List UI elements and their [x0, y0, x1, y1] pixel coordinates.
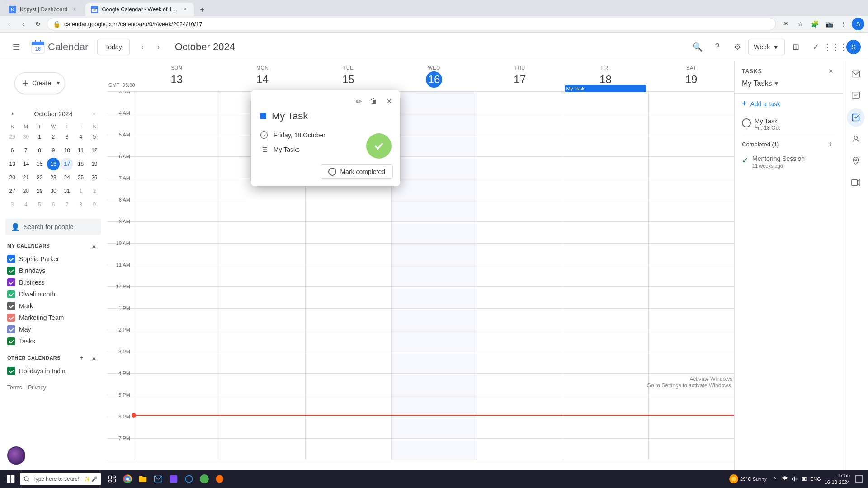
day-cell-16-1[interactable] — [220, 439, 306, 460]
day-cell-7-4[interactable] — [477, 244, 563, 265]
search-people[interactable]: 👤 Search for people — [5, 219, 101, 235]
day-cell-11-3[interactable] — [391, 330, 477, 352]
mini-cal-day-13[interactable]: 13 — [6, 158, 19, 170]
day-cell-12-5[interactable] — [563, 352, 649, 374]
completed-section-header[interactable]: Completed (1) ℹ — [735, 135, 843, 153]
day-cell-8-4[interactable] — [477, 265, 563, 287]
day-cell-4-5[interactable] — [563, 178, 649, 200]
day-cell-12-6[interactable] — [648, 352, 734, 374]
day-cell-6-3[interactable] — [391, 222, 477, 244]
day-cell-2-0[interactable] — [134, 135, 220, 157]
mini-cal-day-9[interactable]: 9 — [47, 144, 60, 157]
profile-avatar[interactable]: S — [846, 40, 861, 54]
menu-hamburger[interactable]: ☰ — [7, 38, 25, 56]
header-wed[interactable]: WED 16 — [391, 61, 477, 91]
taskbar-frames-icon[interactable] — [166, 472, 181, 486]
address-bar[interactable]: 🔒 calendar.google.com/calendar/u/0/r/wee… — [47, 18, 776, 30]
day-cell-11-0[interactable] — [134, 330, 220, 352]
day-cell-6-2[interactable] — [305, 222, 391, 244]
add-task-button[interactable]: + Add a task — [735, 94, 843, 114]
day-cell-3-5[interactable] — [563, 157, 649, 178]
mini-cal-day-28[interactable]: 28 — [19, 185, 32, 197]
mini-cal-day-16-today[interactable]: 16 — [47, 158, 60, 170]
right-contacts-icon[interactable] — [847, 130, 865, 148]
day-cell-14-1[interactable] — [220, 395, 306, 417]
other-calendars-add[interactable]: + — [76, 352, 87, 363]
day-cell-7-5[interactable] — [563, 244, 649, 265]
day-cell-13-5[interactable] — [563, 374, 649, 395]
mini-cal-prev[interactable]: ‹ — [7, 108, 18, 119]
mini-cal-day-5[interactable]: 5 — [88, 131, 101, 143]
prev-period-button[interactable]: ‹ — [135, 40, 150, 54]
mini-cal-day-7[interactable]: 7 — [19, 144, 32, 157]
day-cell-8-2[interactable] — [305, 265, 391, 287]
day-cell-16-5[interactable] — [563, 439, 649, 460]
settings-icon[interactable]: ⚙ — [728, 38, 746, 56]
other-calendars-header[interactable]: Other calendars + ▲ — [0, 351, 107, 365]
mini-cal-day-10[interactable]: 10 — [61, 144, 73, 157]
day-cell-0-0[interactable] — [134, 92, 220, 113]
mini-cal-day-4next[interactable]: 4 — [19, 198, 32, 211]
day-cell-3-3[interactable] — [391, 157, 477, 178]
view-selector[interactable]: Week ▼ — [748, 39, 785, 55]
next-period-button[interactable]: › — [151, 40, 166, 54]
day-cell-0-3[interactable] — [391, 92, 477, 113]
right-mail-icon[interactable] — [847, 65, 865, 83]
day-cell-1-3[interactable] — [391, 113, 477, 135]
day-cell-14-2[interactable] — [305, 395, 391, 417]
grid-icon[interactable]: ⊞ — [787, 38, 805, 56]
mini-cal-day-6next[interactable]: 6 — [47, 198, 60, 211]
day-cell-7-1[interactable] — [220, 244, 306, 265]
tab-kopyst-close[interactable]: × — [71, 6, 78, 13]
right-maps-icon[interactable] — [847, 152, 865, 170]
taskbar-explorer-icon[interactable] — [136, 472, 150, 486]
taskbar-chrome-icon[interactable] — [120, 472, 135, 486]
mini-cal-day-17-selected[interactable]: 17 — [61, 158, 73, 170]
day-cell-3-6[interactable] — [648, 157, 734, 178]
tab-calendar[interactable]: 16 Google Calendar - Week of 13... × — [85, 3, 194, 16]
header-sun[interactable]: SUN 13 — [134, 61, 220, 91]
day-cell-5-6[interactable] — [648, 200, 734, 222]
browser-profile-icon[interactable]: S — [852, 18, 864, 30]
today-button[interactable]: Today — [97, 39, 129, 55]
day-cell-5-0[interactable] — [134, 200, 220, 222]
day-cell-0-4[interactable] — [477, 92, 563, 113]
day-cell-3-0[interactable] — [134, 157, 220, 178]
day-cell-16-4[interactable] — [477, 439, 563, 460]
mini-cal-day-2next[interactable]: 2 — [88, 185, 101, 197]
mini-cal-day-25[interactable]: 25 — [75, 171, 87, 184]
day-cell-3-4[interactable] — [477, 157, 563, 178]
right-meet-icon[interactable] — [847, 174, 865, 192]
extensions-icon[interactable]: 🧩 — [808, 18, 821, 30]
tab-kopyst[interactable]: K Kopyst | Dashboard × — [4, 3, 84, 16]
cal-item-sophia[interactable]: Sophia Parker — [0, 253, 107, 265]
day-cell-11-1[interactable] — [220, 330, 306, 352]
day-cell-11-2[interactable] — [305, 330, 391, 352]
cal-item-may[interactable]: May — [0, 324, 107, 335]
systray-network[interactable] — [780, 474, 789, 483]
day-cell-13-1[interactable] — [220, 374, 306, 395]
terms-link[interactable]: Terms — [7, 385, 22, 391]
day-cell-14-4[interactable] — [477, 395, 563, 417]
mini-cal-day-5next[interactable]: 5 — [33, 198, 46, 211]
day-cell-9-6[interactable] — [648, 287, 734, 309]
mini-cal-day-23[interactable]: 23 — [47, 171, 60, 184]
day-cell-12-2[interactable] — [305, 352, 391, 374]
day-cell-4-0[interactable] — [134, 178, 220, 200]
screenshot-icon[interactable]: 📷 — [823, 18, 835, 30]
calendar-body[interactable]: 3 AM4 AM5 AM6 AM7 AM8 AM9 AM10 AM11 AM12… — [107, 92, 734, 488]
day-cell-5-3[interactable] — [391, 200, 477, 222]
day-cell-9-3[interactable] — [391, 287, 477, 309]
day-cell-5-2[interactable] — [305, 200, 391, 222]
day-cell-11-5[interactable] — [563, 330, 649, 352]
day-cell-13-3[interactable] — [391, 374, 477, 395]
day-cell-0-6[interactable] — [648, 92, 734, 113]
cal-item-holidays[interactable]: Holidays in India — [0, 365, 107, 377]
day-cell-13-2[interactable] — [305, 374, 391, 395]
popup-close-button[interactable]: × — [382, 94, 396, 108]
day-cell-5-4[interactable] — [477, 200, 563, 222]
day-cell-10-5[interactable] — [563, 309, 649, 330]
cal-item-tasks[interactable]: Tasks — [0, 335, 107, 347]
header-thu[interactable]: THU 17 — [477, 61, 563, 91]
day-cell-7-0[interactable] — [134, 244, 220, 265]
